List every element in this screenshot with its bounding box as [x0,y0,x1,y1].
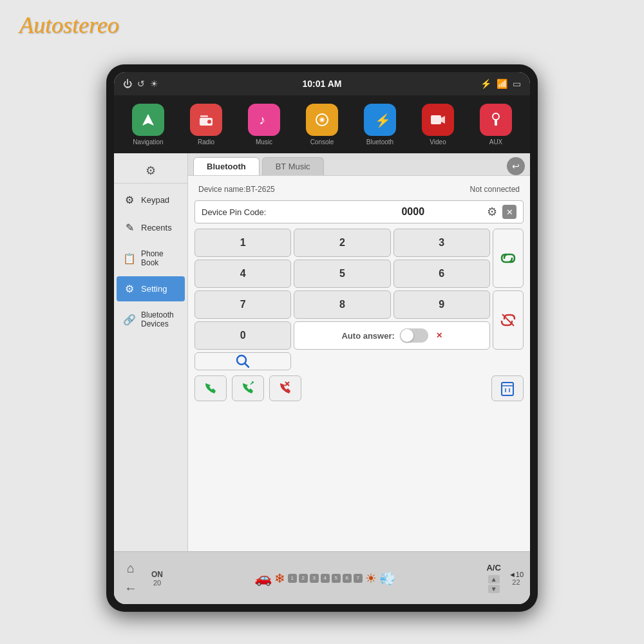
connect-button[interactable] [493,229,524,288]
brand-title: Autostereo [19,12,119,39]
aux-icon [480,104,512,136]
sidebar-item-phonebook[interactable]: 📋 Phone Book [117,243,185,274]
answer-call-button[interactable] [194,375,227,401]
console-icon [306,104,338,136]
app-console-label: Console [310,138,334,146]
svg-marker-10 [441,116,445,124]
status-time: 10:01 AM [303,79,342,89]
app-console[interactable]: Console [306,104,338,146]
svg-text:♪: ♪ [259,113,265,127]
temp-left: 20 [153,579,161,587]
disconnect-button[interactable] [493,290,524,350]
fan-dot-5: 5 [332,574,341,583]
device-name-label: Device name: [198,185,245,194]
wifi-icon: 📶 [497,79,507,89]
status-bar: ⏻ ↺ ☀ 10:01 AM ⚡ 📶 ▭ [114,72,530,95]
temp-down-arrow[interactable]: ▼ [488,585,500,593]
back-button[interactable]: ↩ [507,157,525,175]
delete-button[interactable] [491,375,524,401]
svg-rect-9 [431,115,441,124]
vent-icon[interactable]: 💨 [379,571,395,586]
window-icon: ▭ [513,79,521,89]
toggle-x-icon: ✕ [436,331,442,340]
fan-warm-icon[interactable]: ☀ [365,571,377,586]
numpad-2[interactable]: 2 [294,229,390,257]
navigation-icon [132,104,164,136]
fan-speed-indicators: 1 2 3 4 5 6 7 [288,574,363,583]
svg-rect-3 [200,115,208,117]
fan-dot-3: 3 [310,574,319,583]
svg-line-13 [502,314,514,326]
car-seat-icon[interactable]: 🚗 [254,570,272,587]
power-icon: ⏻ [123,79,132,89]
pin-settings-icon[interactable]: ⚙ [487,205,497,219]
svg-point-11 [493,113,499,120]
fan-cool-icon[interactable]: ❄ [274,571,285,586]
status-left-icons: ⏻ ↺ ☀ [123,79,158,89]
phonebook-icon: 📋 [123,252,136,265]
numpad-3[interactable]: 3 [393,229,490,257]
refresh-icon: ↺ [137,79,145,89]
reject-call-button[interactable] [269,375,301,401]
numpad-4[interactable]: 4 [194,260,291,288]
brightness-icon: ☀ [150,79,158,89]
status-right-icons: ⚡ 📶 ▭ [480,79,521,89]
app-radio[interactable]: Radio [190,104,222,146]
app-aux[interactable]: AUX [480,104,512,146]
back-nav-button[interactable]: ← [120,581,141,596]
bt-devices-icon: 🔗 [123,314,136,326]
usb-icon: ⚡ [480,79,491,89]
pin-code-value: 0000 [345,206,482,218]
auto-answer-toggle[interactable] [400,328,428,343]
bt-content: Device name: BT-2625 Not connected Devic… [188,176,530,551]
fan-dot-4: 4 [321,574,330,583]
pin-clear-button[interactable]: ✕ [502,205,516,219]
svg-rect-12 [495,120,497,126]
recents-icon: ✎ [123,222,136,234]
video-icon [422,104,454,136]
temp-arrows: ▲ ▼ [488,575,500,593]
keypad-icon: ⚙ [123,194,136,206]
numpad-9[interactable]: 9 [393,290,490,319]
volume-label: ◄10 [509,571,524,578]
app-launcher: Navigation Radio ♪ Music Console [114,95,530,153]
app-navigation[interactable]: Navigation [132,104,164,146]
home-button[interactable]: ⌂ [120,561,141,576]
sidebar-item-bluetooth-devices-label: Bluetooth Devices [141,310,178,328]
app-video-label: Video [430,138,446,146]
call-buttons-row [194,375,524,401]
answer-call-button-2[interactable] [232,375,264,401]
app-music[interactable]: ♪ Music [248,104,280,146]
device-name-value: BT-2625 [245,185,274,194]
sidebar-item-setting[interactable]: ⚙ Setting [117,276,185,301]
connection-status: Not connected [470,185,520,194]
sidebar-item-keypad[interactable]: ⚙ Keypad [117,187,185,213]
numpad-7[interactable]: 7 [194,290,291,319]
svg-marker-0 [142,114,154,126]
search-button[interactable] [194,352,291,370]
pin-code-label: Device Pin Code: [202,207,339,217]
fan-dot-7: 7 [354,574,363,583]
numpad-8[interactable]: 8 [294,290,390,319]
app-navigation-label: Navigation [133,138,163,146]
sidebar-item-recents[interactable]: ✎ Recents [117,215,185,240]
tab-bluetooth[interactable]: Bluetooth [193,157,260,175]
tab-bt-music[interactable]: BT Music [262,157,324,175]
numpad-5[interactable]: 5 [294,260,390,288]
sidebar-item-bluetooth-devices[interactable]: 🔗 Bluetooth Devices [117,304,185,335]
device-info-row: Device name: BT-2625 Not connected [194,182,524,196]
auto-answer-row: Auto answer: ✕ [294,321,490,350]
numpad-6[interactable]: 6 [393,260,490,288]
temp-up-arrow[interactable]: ▲ [488,575,500,583]
app-video[interactable]: Video [422,104,454,146]
ac-label: A/C [486,563,500,573]
numpad-0[interactable]: 0 [194,321,291,350]
sidebar-header: ⚙ [114,158,187,184]
sidebar-item-phonebook-label: Phone Book [141,249,178,267]
fan-dot-6: 6 [343,574,352,583]
sidebar-header-icon: ⚙ [146,164,156,178]
toggle-knob [401,329,413,342]
pin-code-row: Device Pin Code: 0000 ⚙ ✕ [194,200,524,223]
app-bluetooth[interactable]: ⚡ Bluetooth [364,104,396,146]
numpad-1[interactable]: 1 [194,229,291,257]
